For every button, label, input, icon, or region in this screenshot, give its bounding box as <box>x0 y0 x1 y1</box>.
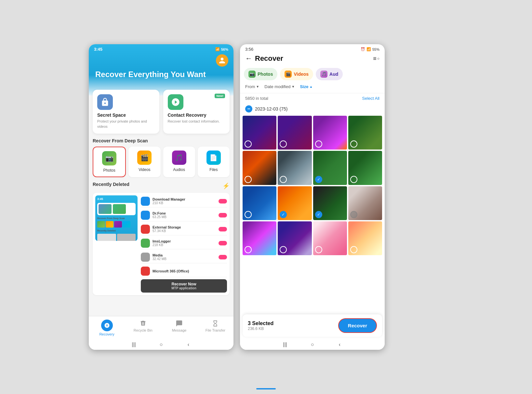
filter-icon[interactable]: ⚡ <box>222 182 230 190</box>
date-filter-label: Date modified <box>264 84 290 89</box>
app-toggle-external[interactable] <box>219 227 227 231</box>
count-number: 5850 <box>245 96 255 101</box>
from-filter-btn[interactable]: From ▼ <box>245 84 259 89</box>
select-circle-2-2[interactable] <box>280 176 287 183</box>
photos-scan-icon: 📷 <box>102 151 116 165</box>
select-circle-3-3[interactable]: ✓ <box>315 211 322 218</box>
message-nav-icon <box>175 320 183 327</box>
scan-files-label: Files <box>209 167 218 172</box>
app-toggle-ims[interactable] <box>219 241 227 245</box>
photo-cell-4-2[interactable] <box>278 221 312 255</box>
back-button[interactable]: ← Recover <box>245 54 283 63</box>
select-circle-1-4[interactable] <box>350 140 357 148</box>
avatar[interactable] <box>216 54 228 67</box>
select-circle-2-4[interactable] <box>350 176 357 183</box>
app-name-download: Download Manager <box>153 197 216 201</box>
rd-preview-inner: 3:45 Recover From Deep Scan Recent <box>95 195 138 241</box>
alarm-icon: ⏰ <box>361 47 365 51</box>
tab-videos[interactable]: 🎬 Videos <box>280 68 313 80</box>
select-circle-2-3[interactable]: ✓ <box>315 176 322 183</box>
scan-videos-btn[interactable]: 🎬 Videos <box>128 147 160 177</box>
select-circle-3-2[interactable]: ✓ <box>280 211 287 218</box>
gesture-back[interactable]: ‹ <box>185 341 193 348</box>
select-circle-4-1[interactable] <box>245 246 252 253</box>
photo-cell-3-4[interactable] <box>348 186 382 220</box>
size-filter-btn[interactable]: Size ▲ <box>300 84 313 89</box>
select-circle-3-1[interactable] <box>245 211 252 218</box>
nav-item-message[interactable]: Message <box>161 319 197 337</box>
app-name-external: External Storage <box>153 225 216 229</box>
app-toggle-media[interactable] <box>219 255 227 259</box>
photo-cell-4-4[interactable] <box>348 221 382 255</box>
app-dot-ms365 <box>141 267 150 276</box>
recover-now-btn[interactable]: Recover Now MTP application <box>141 279 227 293</box>
photo-cell-3-1[interactable] <box>243 186 276 220</box>
photo-cell-4-3[interactable] <box>313 221 347 255</box>
app-item-ims: ImsLogger 218 KB <box>141 237 227 249</box>
scan-audios-btn[interactable]: 🎵 Audios <box>163 147 195 177</box>
select-all-btn[interactable]: Select All <box>362 96 379 101</box>
photo-cell-4-1[interactable] <box>243 221 276 255</box>
photo-cell-2-1[interactable] <box>243 151 276 185</box>
recently-deleted-header: Recently Deleted ⚡ <box>93 182 230 190</box>
select-circle-4-3[interactable] <box>315 246 322 253</box>
app-toggle-drfone[interactable] <box>219 213 227 217</box>
photo-cell-1-4[interactable] <box>348 116 382 150</box>
left-phone-screen: 3:45 📶 56% Recover Everything You Want S… <box>89 44 233 350</box>
select-circle-1-1[interactable] <box>245 140 252 148</box>
photo-cell-1-1[interactable] <box>243 116 276 150</box>
contact-recovery-card[interactable]: New! Contact Recovery Recover lost conta… <box>163 90 230 134</box>
app-size-download: 210 KB <box>153 201 216 205</box>
scan-videos-label: Videos <box>139 167 150 172</box>
size-chevron-icon: ▲ <box>309 85 313 88</box>
recently-deleted-title: Recently Deleted <box>93 182 129 187</box>
photo-cell-3-3[interactable]: ✓ <box>313 186 347 220</box>
app-dot-ims <box>141 239 150 248</box>
recover-button[interactable]: Recover <box>338 318 377 333</box>
collapse-group-btn[interactable]: − <box>245 105 252 112</box>
select-circle-1-2[interactable] <box>280 140 287 148</box>
photo-cell-2-2[interactable] <box>278 151 312 185</box>
photo-cell-1-2[interactable] <box>278 116 312 150</box>
scan-files-btn[interactable]: 📄 Files <box>198 147 230 177</box>
photos-tab-label: Photos <box>258 72 273 77</box>
select-circle-4-4[interactable] <box>350 246 357 253</box>
gesture-home[interactable]: ○ <box>157 341 165 348</box>
photo-cell-2-4[interactable] <box>348 151 382 185</box>
secret-space-title: Secret Space <box>97 112 155 118</box>
audios-tab-icon: 🎵 <box>320 71 327 78</box>
app-name-ms365: Microsoft 365 (Office) <box>153 269 227 273</box>
nav-item-recycle[interactable]: Recycle Bin <box>125 319 161 337</box>
photo-cell-1-3[interactable] <box>313 116 347 150</box>
select-circle-3-4[interactable] <box>350 211 357 218</box>
menu-icon[interactable]: ≡ ○ <box>373 55 379 62</box>
time-right: 3:56 <box>245 47 253 52</box>
recently-deleted-content: 3:45 Recover From Deep Scan Recent <box>93 193 230 295</box>
secret-space-card[interactable]: Secret Space Protect your private photos… <box>93 90 159 134</box>
selected-count-label: 3 Selected <box>248 321 273 326</box>
select-circle-2-1[interactable] <box>245 176 252 183</box>
gesture-menu[interactable]: ||| <box>130 341 138 348</box>
gesture-bar-left: ||| ○ ‹ <box>89 338 233 350</box>
gesture-menu-right[interactable]: ||| <box>281 341 289 348</box>
app-toggle-download[interactable] <box>219 199 227 204</box>
select-circle-4-2[interactable] <box>280 246 287 253</box>
deep-scan-title: Recover From Deep Scan <box>93 138 230 143</box>
nav-item-recovery[interactable]: Recovery <box>89 319 125 337</box>
date-filter-btn[interactable]: Date modified ▼ <box>264 84 295 89</box>
gesture-back-right[interactable]: ‹ <box>336 341 344 348</box>
videos-scan-icon: 🎬 <box>137 151 152 165</box>
scan-photos-btn[interactable]: 📷 Photos <box>93 147 126 177</box>
photo-cell-3-2[interactable]: ✓ <box>278 186 312 220</box>
gesture-home-right[interactable]: ○ <box>309 341 316 348</box>
gesture-bar-right: ||| ○ ‹ <box>240 338 385 350</box>
select-circle-1-3[interactable] <box>315 140 322 148</box>
date-group-header: − 2023-12-03 (75) <box>240 103 385 114</box>
nav-item-file-transfer[interactable]: File Transfer <box>197 319 233 337</box>
photo-cell-2-3[interactable]: ✓ <box>313 151 347 185</box>
photo-row-2: ✓ <box>243 151 382 185</box>
app-dot-download <box>141 197 150 206</box>
tab-audios[interactable]: 🎵 Aud <box>316 68 343 80</box>
tab-photos[interactable]: 📷 Photos <box>244 68 277 80</box>
files-scan-icon: 📄 <box>206 151 221 165</box>
